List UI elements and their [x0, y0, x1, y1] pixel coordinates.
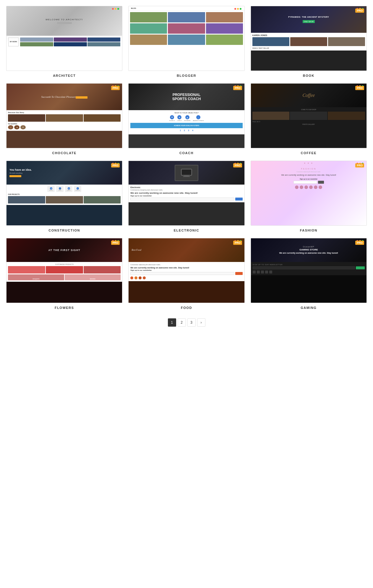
page-next-btn[interactable]: ›	[197, 318, 205, 327]
page-btn-3[interactable]: 3	[187, 318, 196, 327]
food-social-2[interactable]	[134, 276, 137, 279]
card-electronic[interactable]: PRO Electronic Contemporary designing st…	[128, 161, 244, 232]
card-construction[interactable]: PRO You have an idea. We build everythin…	[6, 161, 122, 232]
fashion-social-tw[interactable]	[300, 185, 303, 189]
arch-img-2	[54, 38, 87, 42]
coach-icons: ★ SCORE IT ♥ LOSE IT ▲ RUN MORE ↓ BALANC…	[169, 115, 204, 121]
coffee-imgs	[252, 112, 365, 120]
mac-icon	[181, 168, 192, 177]
card-gaming[interactable]: PRO OceanWP GAMING STORE We are currentl…	[251, 238, 367, 310]
flowers-img-1	[8, 266, 45, 273]
choc-q2: ★	[14, 125, 20, 129]
card-chocolate[interactable]: PRO Succumb To Chocolate Pleasure Discov…	[6, 83, 122, 155]
const-icon-sym-3: ★	[68, 187, 70, 190]
arch-hero-title: WELCOME TO ARCHITECT!	[46, 18, 83, 21]
card-blogger[interactable]: BLOG BLOGGER	[128, 6, 244, 77]
arch-img-3	[87, 38, 121, 42]
fashion-wip: We are currently working on awesome new …	[253, 174, 364, 177]
preview-book[interactable]: PRO PYRAMIDS: THE ANCIENT MYSTERY ONLY $…	[251, 6, 367, 71]
preview-chocolate[interactable]: PRO Succumb To Chocolate Pleasure Discov…	[6, 83, 122, 148]
coach-icon-circle-4: ↓	[196, 115, 200, 119]
gaming-social-2[interactable]	[257, 271, 260, 273]
coach-icon-4: ↓ BALANCE FITNESS	[193, 115, 204, 121]
preview-electronic[interactable]: PRO Electronic Contemporary designing st…	[128, 161, 244, 226]
pro-badge-book: PRO	[355, 9, 364, 13]
food-social-3[interactable]	[139, 276, 142, 279]
food-submit-btn[interactable]	[235, 272, 243, 275]
fashion-social-ig[interactable]	[304, 185, 308, 189]
fashion-social-pin[interactable]	[314, 185, 317, 189]
gaming-social-4[interactable]	[265, 271, 268, 273]
card-label-fashion: FASHION	[300, 229, 317, 232]
food-body: Consectetur adipiscing elit ullamcorper …	[129, 262, 244, 281]
fashion-social	[253, 185, 364, 189]
fashion-email-input[interactable]	[293, 181, 317, 184]
gaming-social-3[interactable]	[261, 271, 264, 273]
flowers-featured: CUSTOMIZED PRODUCTS	[8, 263, 121, 265]
arch-img-4	[20, 42, 53, 46]
preview-architect[interactable]: WELCOME TO ARCHITECT! MY WORK	[6, 6, 122, 71]
pro-badge-fashion: PRO	[355, 163, 364, 167]
food-social-icons	[130, 276, 242, 279]
book-top: PYRAMIDS: THE ANCIENT MYSTERY ONLY $4.99	[251, 6, 366, 33]
const-icon-3: ★ QUALITY	[65, 186, 72, 192]
arch-hero: WELCOME TO ARCHITECT!	[7, 6, 122, 36]
fashion-social-gp[interactable]	[309, 185, 313, 189]
const-hero-content: You have an idea. We build everything	[9, 168, 32, 177]
fashion-social-fb[interactable]	[295, 185, 299, 189]
card-fashion[interactable]: PRO ✦ ✦ ✦ FASHION Consectetur adipiscing…	[251, 161, 367, 232]
const-icon-sym-2: 🔨	[59, 187, 61, 190]
card-flowers[interactable]: PRO AT THE FIRST SIGHT CUSTOMIZED PRODUC…	[6, 238, 122, 310]
page-btn-2[interactable]: 2	[178, 318, 186, 327]
blogger-logo: BLOG	[131, 7, 136, 9]
food-social-4[interactable]	[143, 276, 146, 279]
choc-qualities: Our Qualities	[8, 123, 121, 125]
flowers-hero: AT THE FIRST SIGHT	[7, 238, 122, 262]
coach-hero-text: PROFESSIONAL SPORTS COACH	[172, 93, 201, 101]
coach-icon-2: ♥ LOSE IT	[177, 115, 182, 121]
preview-coach[interactable]: PRO PROFESSIONAL SPORTS COACH WHAT IS YO…	[128, 83, 244, 148]
preview-blogger[interactable]: BLOG	[128, 6, 244, 71]
preview-fashion[interactable]: PRO ✦ ✦ ✦ FASHION Consectetur adipiscing…	[251, 161, 367, 226]
food-email-input[interactable]	[130, 272, 234, 275]
preview-construction[interactable]: PRO You have an idea. We build everythin…	[6, 161, 122, 226]
coffee-img-3	[328, 112, 365, 120]
card-label-electronic: ELECTRONIC	[174, 229, 200, 232]
card-architect[interactable]: WELCOME TO ARCHITECT! MY WORK ARCHITECT	[6, 6, 122, 77]
gaming-social-5[interactable]	[269, 271, 272, 273]
pro-badge-construction: PRO	[111, 163, 120, 167]
themes-grid: WELCOME TO ARCHITECT! MY WORK ARCHITECT	[6, 6, 367, 310]
preview-gaming[interactable]: PRO OceanWP GAMING STORE We are currentl…	[251, 238, 367, 303]
pro-badge-food: PRO	[233, 241, 242, 245]
gaming-hero: OceanWP GAMING STORE We are currently wo…	[251, 238, 366, 262]
fashion-submit-btn[interactable]	[318, 181, 324, 184]
elec-submit-btn[interactable]	[235, 198, 243, 201]
blogger-item-8	[168, 35, 205, 45]
card-food[interactable]: PRO Best Food Consectetur adipiscing eli…	[128, 238, 244, 310]
gaming-email-input[interactable]	[253, 266, 355, 269]
flowers-wedding: WEDDING	[65, 274, 121, 280]
card-coffee[interactable]: PRO Coffee COME TO OUR SHOP FREE WI-FI P…	[251, 83, 367, 155]
const-icon-4: ✓ COMPLETE	[74, 186, 81, 192]
window-controls	[112, 8, 119, 10]
page-btn-1[interactable]: 1	[168, 318, 176, 327]
card-label-flowers: FLOWERS	[55, 306, 74, 310]
flowers-img-2	[46, 266, 83, 273]
preview-food[interactable]: PRO Best Food Consectetur adipiscing eli…	[128, 238, 244, 303]
pro-badge-chocolate: PRO	[111, 86, 120, 90]
gaming-submit-btn[interactable]	[356, 266, 365, 269]
elec-hero	[129, 161, 244, 185]
fashion-social-li[interactable]	[319, 185, 322, 189]
food-social-1[interactable]	[130, 276, 133, 279]
choc-hero: Succumb To Chocolate Pleasure	[7, 84, 122, 110]
card-book[interactable]: PRO PYRAMIDS: THE ANCIENT MYSTERY ONLY $…	[251, 6, 367, 77]
preview-flowers[interactable]: PRO AT THE FIRST SIGHT CUSTOMIZED PRODUC…	[6, 238, 122, 303]
card-label-food: FOOD	[181, 306, 192, 310]
preview-coffee[interactable]: PRO Coffee COME TO OUR SHOP FREE WI-FI P…	[251, 83, 367, 148]
gaming-social-1[interactable]	[253, 271, 256, 273]
choc-img-3	[84, 114, 121, 122]
card-coach[interactable]: PRO PROFESSIONAL SPORTS COACH WHAT IS YO…	[128, 83, 244, 155]
choc-q1: ✓	[8, 125, 13, 129]
coffee-hero: Coffee	[251, 84, 366, 107]
elec-email-input[interactable]	[130, 198, 234, 201]
